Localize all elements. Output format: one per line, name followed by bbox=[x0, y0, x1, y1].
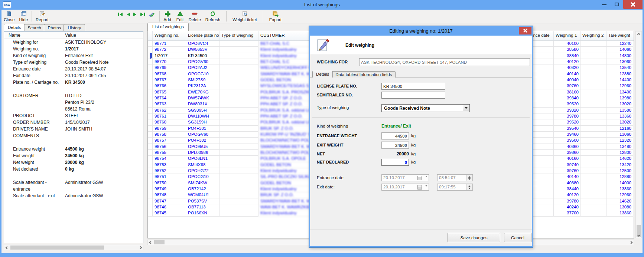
add-button[interactable]: Add bbox=[161, 10, 174, 23]
row-marker bbox=[148, 113, 153, 119]
nav-first-button[interactable] bbox=[118, 11, 123, 17]
cell-no: 98770 bbox=[153, 59, 186, 65]
time-spinner[interactable] bbox=[466, 184, 472, 190]
tab-search[interactable]: Search bbox=[23, 24, 45, 31]
detail-row: Weighing forASK TECHNOLOGY bbox=[4, 39, 143, 46]
calendar-icon[interactable] bbox=[417, 176, 422, 180]
grid-header-weighing-1[interactable]: Weighing 1 bbox=[554, 31, 580, 40]
detail-value: 24500 kg bbox=[64, 152, 84, 159]
combo-dropdown-button[interactable] bbox=[463, 105, 469, 111]
scroll-down-icon[interactable] bbox=[636, 232, 641, 238]
tab-photos[interactable]: Photos bbox=[44, 24, 65, 31]
refresh-button[interactable]: Refresh bbox=[203, 10, 222, 23]
dialog-tab-data-tables[interactable]: Data tables/ Information fields bbox=[332, 71, 396, 78]
window-close-button[interactable] bbox=[623, 0, 643, 9]
scroll-up-icon[interactable] bbox=[636, 32, 641, 37]
calendar-icon[interactable] bbox=[417, 185, 422, 190]
nav-next-button[interactable] bbox=[133, 11, 137, 17]
cell-type bbox=[219, 204, 258, 210]
maximize-icon bbox=[615, 3, 619, 6]
scroll-left-icon[interactable] bbox=[148, 241, 153, 244]
grid-header-license-plate[interactable]: License plate no. bbox=[186, 31, 219, 40]
cancel-button[interactable]: Cancel bbox=[504, 233, 531, 242]
detail-name bbox=[4, 139, 64, 146]
row-marker bbox=[148, 119, 153, 125]
type-of-weighing-select[interactable]: Goods Received Note bbox=[381, 104, 470, 112]
row-marker bbox=[148, 101, 153, 107]
tab-list-of-weighings[interactable]: List of weighings bbox=[147, 23, 189, 31]
net-value: 20000 bbox=[381, 151, 409, 156]
dialog-close-button[interactable] bbox=[519, 27, 531, 34]
semitrailer-field[interactable] bbox=[381, 92, 445, 99]
nav-last-button[interactable] bbox=[140, 11, 146, 17]
cell-w1: 39460 bbox=[554, 132, 580, 138]
chevron-down-icon[interactable] bbox=[425, 177, 427, 182]
grid-header-weighing-2[interactable]: Weighing 2 bbox=[580, 31, 606, 40]
edit-pencil-icon bbox=[316, 38, 330, 54]
entrance-date-field[interactable]: 20.10.2017 bbox=[381, 174, 429, 181]
detail-name bbox=[4, 172, 64, 179]
weighing-for-field[interactable] bbox=[359, 58, 530, 66]
cell-w2 bbox=[580, 204, 606, 210]
detail-value: 0 kg bbox=[64, 166, 74, 172]
dialog-tab-details[interactable]: Details bbox=[312, 71, 333, 78]
edit-button[interactable]: Edit bbox=[174, 10, 186, 23]
scrollbar-thumb[interactable] bbox=[154, 240, 165, 244]
delete-button[interactable]: Delete bbox=[186, 10, 203, 23]
cell-no: 98754 bbox=[153, 156, 186, 162]
chevron-down-icon[interactable] bbox=[425, 187, 427, 191]
exit-date-field[interactable]: 20.10.2017 bbox=[381, 184, 429, 191]
save-changes-button[interactable]: Save changes bbox=[448, 233, 500, 242]
grid-header-tare-weight[interactable]: Tare weight bbox=[606, 31, 633, 40]
detail-name: ORDER NUMBER bbox=[4, 119, 64, 126]
tab-details[interactable]: Details bbox=[4, 24, 25, 31]
cell-w1: 39540 bbox=[554, 126, 580, 132]
export-button[interactable]: Export bbox=[267, 10, 284, 23]
cell-type bbox=[219, 192, 258, 198]
cell-plate: DW8031X bbox=[186, 101, 219, 107]
detail-value: 1/2017 bbox=[64, 46, 79, 52]
maximize-button[interactable] bbox=[611, 0, 623, 9]
detail-value: 44500 kg bbox=[64, 146, 84, 152]
weight-ticket-button[interactable]: Weight ticket bbox=[230, 10, 259, 23]
exit-weight-field[interactable] bbox=[381, 142, 409, 149]
spin-up-icon bbox=[468, 185, 471, 187]
exit-time-field[interactable]: 09:17:55 bbox=[437, 184, 473, 191]
scroll-right-icon[interactable] bbox=[137, 247, 143, 249]
cell-tare: 14060 bbox=[606, 47, 633, 53]
cell-plate: SG3159H bbox=[186, 119, 219, 125]
hide-button[interactable]: Hide bbox=[17, 10, 30, 23]
cell-w1: 39780 bbox=[554, 113, 580, 119]
nav-previous-button[interactable] bbox=[126, 11, 130, 17]
export-icon bbox=[272, 10, 279, 17]
confirm-check-icon[interactable] bbox=[148, 11, 155, 17]
scroll-left-icon[interactable] bbox=[4, 247, 10, 249]
row-marker bbox=[148, 162, 153, 168]
minimize-button[interactable] bbox=[598, 0, 611, 9]
cell-w2 bbox=[580, 126, 606, 132]
tab-history[interactable]: History bbox=[64, 24, 85, 31]
grid-header-type[interactable]: Type of weighing bbox=[219, 31, 258, 40]
detail-row: CUSTOMERITD LTD Penton Pl 23/2 85612 Rom… bbox=[4, 92, 143, 112]
grid-header-weighing-no[interactable]: Weighing no. bbox=[153, 31, 186, 40]
cell-tare: 13080 bbox=[606, 204, 633, 210]
scrollbar-thumb[interactable] bbox=[10, 246, 104, 250]
report-button[interactable]: Report bbox=[33, 10, 51, 23]
cell-tare: 13480 bbox=[606, 144, 633, 150]
close-button[interactable]: Close bbox=[1, 10, 17, 23]
details-horizontal-scrollbar[interactable] bbox=[4, 245, 143, 250]
net-declared-field[interactable] bbox=[381, 159, 409, 166]
detail-name: Weighing no. bbox=[4, 46, 64, 52]
exit-door-icon bbox=[6, 10, 12, 17]
grid-vertical-scrollbar[interactable] bbox=[635, 31, 642, 238]
current-record-icon bbox=[150, 53, 152, 59]
time-spinner[interactable] bbox=[466, 175, 472, 181]
cell-tare: 12880 bbox=[606, 174, 633, 180]
entrance-time-field[interactable]: 08:54:07 bbox=[437, 174, 473, 181]
entrance-weight-field[interactable] bbox=[381, 132, 409, 139]
scroll-right-icon[interactable] bbox=[628, 241, 634, 244]
grid-header-marker bbox=[148, 31, 153, 40]
row-marker bbox=[148, 198, 153, 204]
license-plate-field[interactable] bbox=[381, 83, 445, 90]
detail-value: ASK TECHNOLOGY bbox=[64, 39, 106, 46]
